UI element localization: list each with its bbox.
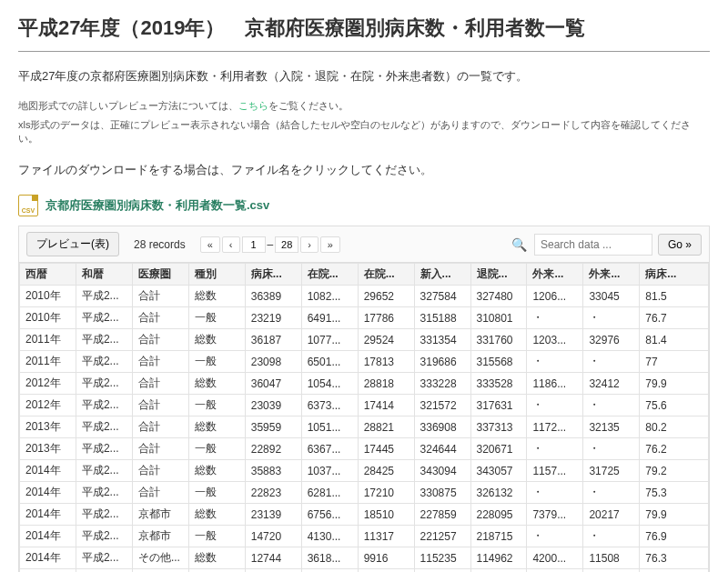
table-cell: 2013年 (20, 416, 76, 438)
table-cell: 81.4 (640, 329, 709, 351)
table-cell: 227859 (414, 504, 470, 526)
table-cell: 14720 (245, 526, 301, 547)
table-row: 2014年平成2...京都市一般147204130...113172212572… (20, 526, 709, 547)
table-cell: 合計 (132, 286, 188, 307)
table-cell: 221257 (414, 526, 470, 547)
table-cell: 331760 (470, 329, 527, 351)
table-header-cell[interactable]: 新入... (414, 264, 470, 286)
table-cell: 1203... (527, 329, 583, 351)
download-note: ファイルのダウンロードをする場合は、ファイル名をクリックしてください。 (18, 162, 710, 178)
table-cell: 218715 (470, 526, 527, 547)
table-row: 2010年平成2...合計総数363891082...2965232758432… (20, 286, 709, 307)
table-header-cell[interactable]: 病床... (245, 264, 301, 286)
table-cell: 一般 (188, 438, 245, 460)
table-cell: 総数 (188, 373, 245, 395)
table-cell: 29652 (358, 286, 414, 307)
table-cell: ・ (527, 438, 583, 460)
table-cell: その他... (132, 547, 188, 569)
table-cell: ・ (527, 395, 583, 416)
go-button[interactable]: Go » (658, 234, 702, 256)
table-cell: 6281... (301, 482, 358, 504)
pager-dash: – (268, 238, 274, 251)
page-title: 平成27年度（2019年） 京都府医療圏別病床数・利用者数一覧 (18, 15, 710, 42)
table-cell: 平成2... (76, 373, 132, 395)
table-header-cell[interactable]: 退院... (470, 264, 527, 286)
table-cell: 京都市 (132, 526, 188, 547)
table-cell: 22892 (245, 438, 301, 460)
table-cell: 343057 (470, 460, 527, 482)
map-note-link[interactable]: こちら (238, 100, 268, 111)
table-cell: 36047 (245, 373, 301, 395)
table-cell: 平成2... (76, 416, 132, 438)
table-cell: 11508 (583, 547, 640, 569)
table-cell: 77 (640, 351, 709, 373)
table-cell: 76.9 (640, 526, 709, 547)
table-cell: 合計 (132, 307, 188, 329)
table-header-cell[interactable]: 外来... (583, 264, 640, 286)
table-cell: 17445 (358, 438, 414, 460)
preview-button[interactable]: プレビュー(表) (26, 232, 119, 256)
table-row: 2014年平成2...合計一般228236281...1721033087532… (20, 482, 709, 504)
table-header-cell[interactable]: 医療圏 (132, 264, 188, 286)
table-cell: 一般 (188, 482, 245, 504)
table-cell: 6501... (301, 351, 358, 373)
table-cell: 2013年 (20, 438, 76, 460)
table-cell: 324644 (414, 438, 470, 460)
table-cell: 平成2... (76, 569, 132, 573)
table-header-cell[interactable]: 在院... (301, 264, 358, 286)
table-cell: 合計 (132, 373, 188, 395)
table-cell: 321572 (414, 395, 470, 416)
table-cell: ・ (527, 569, 583, 573)
table-cell: 28425 (358, 460, 414, 482)
table-cell: 32412 (583, 373, 640, 395)
file-link[interactable]: 京都府医療圏別病床数・利用者数一覧.csv (46, 197, 269, 214)
table-cell: 合計 (132, 395, 188, 416)
table-cell: 32976 (583, 329, 640, 351)
table-cell: 一般 (188, 351, 245, 373)
table-cell: 327584 (414, 286, 470, 307)
table-header-cell[interactable]: 種別 (188, 264, 245, 286)
search-input[interactable] (534, 234, 652, 256)
table-cell: 331354 (414, 329, 470, 351)
pager-from-input[interactable] (242, 236, 266, 253)
table-header-cell[interactable]: 在院... (358, 264, 414, 286)
table-cell: 23219 (245, 307, 301, 329)
table-cell: 総数 (188, 547, 245, 569)
table-cell: 11317 (358, 526, 414, 547)
table-cell: 35883 (245, 460, 301, 482)
page-description: 平成27年度の京都府医療圏別病床数・利用者数（入院・退院・在院・外来患者数）の一… (18, 68, 710, 85)
table-cell: 315188 (414, 307, 470, 329)
table-row: 2014年平成2...合計総数358831037...2842534309434… (20, 460, 709, 482)
table-header-cell[interactable]: 西暦 (20, 264, 76, 286)
table-cell: 80.2 (640, 416, 709, 438)
table-cell: 6367... (301, 438, 358, 460)
table-cell: 35959 (245, 416, 301, 438)
table-cell: 114962 (470, 547, 527, 569)
table-cell: 平成2... (76, 286, 132, 307)
table-cell: ・ (527, 482, 583, 504)
table-cell: ・ (583, 395, 640, 416)
table-cell: 22823 (245, 482, 301, 504)
table-cell: 79.9 (640, 504, 709, 526)
table-cell: 平成2... (76, 547, 132, 569)
table-cell: ・ (583, 569, 640, 573)
pager-last[interactable]: » (320, 236, 340, 253)
pager-first[interactable]: « (200, 236, 220, 253)
table-cell: 総数 (188, 504, 245, 526)
table-row: 2013年平成2...合計総数359591051...2882133690833… (20, 416, 709, 438)
table-cell: 総数 (188, 286, 245, 307)
pager-prev[interactable]: ‹ (222, 236, 240, 253)
table-cell: 2010年 (20, 286, 76, 307)
table-header-cell[interactable]: 和暦 (76, 264, 132, 286)
table-cell: 1054... (301, 373, 358, 395)
table-cell: 228095 (470, 504, 527, 526)
table-cell: 2150... (301, 569, 358, 573)
pager-next[interactable]: › (300, 236, 318, 253)
table-header-cell[interactable]: 病床... (640, 264, 709, 286)
table-cell: 1037... (301, 460, 358, 482)
table-cell: 2014年 (20, 460, 76, 482)
table-cell: 合計 (132, 351, 188, 373)
table-header-cell[interactable]: 外来... (527, 264, 583, 286)
table-cell: 2014年 (20, 547, 76, 569)
pager-to-input[interactable] (275, 236, 298, 253)
